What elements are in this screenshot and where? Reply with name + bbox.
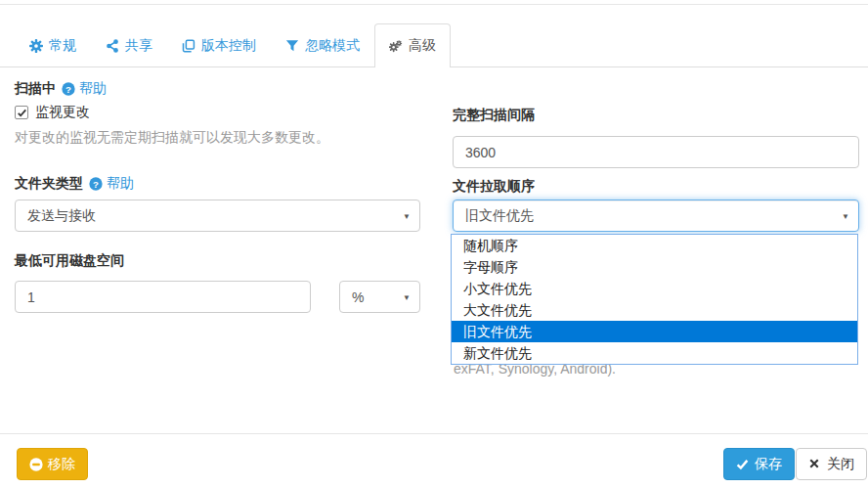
- remove-button[interactable]: 移除: [17, 448, 88, 480]
- save-button[interactable]: 保存: [723, 448, 795, 480]
- question-circle-icon: ?: [89, 177, 103, 191]
- watch-changes-checkbox-row[interactable]: 监视更改: [15, 104, 90, 121]
- tab-bar: 常规 共享 版本控制 忽略模式 高级: [15, 23, 451, 67]
- min-disk-space-input[interactable]: [15, 281, 311, 313]
- tab-label: 常规: [49, 37, 76, 55]
- rescan-interval-input[interactable]: [453, 136, 859, 168]
- svg-text:?: ?: [93, 179, 99, 190]
- folder-type-label: 文件夹类型 ? 帮助: [15, 175, 134, 193]
- question-circle-icon: ?: [62, 82, 75, 96]
- tab-advanced[interactable]: 高级: [374, 23, 451, 67]
- pull-order-label: 文件拉取顺序: [453, 178, 535, 196]
- chevron-down-icon: ▼: [403, 211, 411, 220]
- scanning-section-title: 扫描中 ? 帮助: [15, 80, 107, 98]
- dropdown-option[interactable]: 大文件优先: [452, 299, 857, 321]
- close-button[interactable]: 关闭: [796, 448, 867, 480]
- folder-type-select[interactable]: 发送与接收 ▼: [15, 200, 420, 232]
- tab-label: 高级: [409, 37, 436, 55]
- check-icon: [736, 458, 750, 471]
- dropdown-option-selected[interactable]: 旧文件优先: [452, 321, 857, 342]
- rescan-interval-label: 完整扫描间隔: [453, 107, 535, 124]
- share-icon: [106, 39, 119, 53]
- pull-order-select[interactable]: 旧文件优先 ▼: [453, 200, 859, 232]
- tab-label: 版本控制: [201, 37, 256, 55]
- pull-order-dropdown-list: 随机顺序 字母顺序 小文件优先 大文件优先 旧文件优先 新文件优先: [451, 234, 858, 365]
- tab-label: 共享: [125, 37, 152, 55]
- versions-icon: [182, 39, 195, 53]
- tab-general[interactable]: 常规: [15, 23, 91, 67]
- gear-icon: [29, 39, 43, 53]
- scanning-help-link[interactable]: ? 帮助: [62, 80, 107, 98]
- min-disk-space-unit-select[interactable]: % ▼: [339, 281, 420, 313]
- watch-changes-description: 对更改的监视无需定期扫描就可以发现大多数更改。: [15, 129, 329, 147]
- watch-changes-checkbox[interactable]: [15, 106, 28, 119]
- footer-divider: [0, 433, 868, 434]
- tab-label: 忽略模式: [305, 37, 360, 55]
- dropdown-option[interactable]: 小文件优先: [452, 278, 857, 299]
- tab-sharing[interactable]: 共享: [91, 23, 167, 67]
- minus-circle-icon: [29, 458, 43, 471]
- chevron-down-icon: ▼: [842, 211, 849, 220]
- svg-text:?: ?: [65, 84, 71, 95]
- folder-settings-dialog: 常规 共享 版本控制 忽略模式 高级 扫描中: [0, 0, 868, 488]
- folder-type-help-link[interactable]: ? 帮助: [89, 175, 134, 193]
- dropdown-option[interactable]: 字母顺序: [452, 256, 857, 278]
- dropdown-option[interactable]: 随机顺序: [452, 235, 857, 256]
- tab-ignore-patterns[interactable]: 忽略模式: [271, 23, 374, 67]
- tab-versioning[interactable]: 版本控制: [167, 23, 271, 67]
- watch-changes-label: 监视更改: [35, 104, 90, 121]
- chevron-down-icon: ▼: [403, 292, 411, 301]
- filter-icon: [285, 39, 299, 53]
- header-divider: [0, 4, 868, 5]
- dropdown-option[interactable]: 新文件优先: [452, 342, 857, 364]
- min-disk-space-label: 最低可用磁盘空间: [15, 252, 124, 270]
- gears-icon: [389, 39, 403, 53]
- close-icon: [808, 458, 822, 471]
